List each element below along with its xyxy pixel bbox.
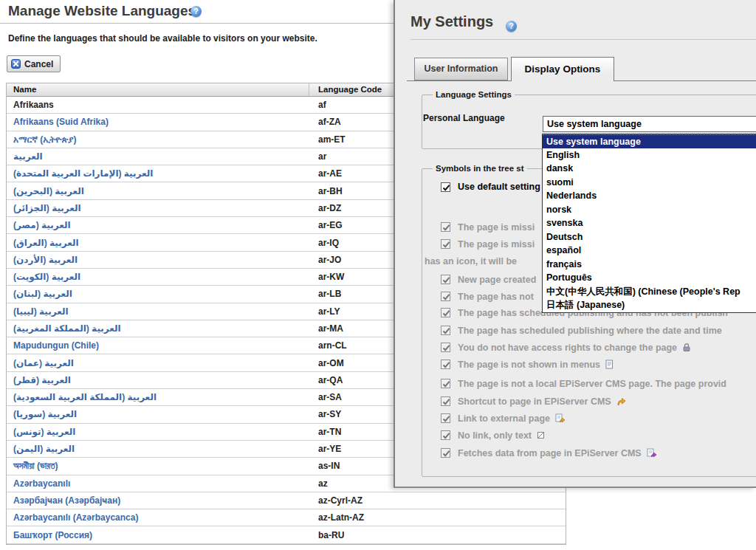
dialog-title-divider	[410, 39, 756, 40]
language-option[interactable]: norsk	[543, 203, 756, 217]
symbol-label: The page has scheduled publishing where …	[458, 326, 722, 336]
cancel-button-label: Cancel	[24, 59, 53, 69]
page-title: Manage Website Languages	[8, 3, 196, 19]
symbol-item: The page is missi	[441, 221, 535, 233]
symbol-checkbox	[441, 326, 450, 335]
language-name-link[interactable]: العربية (سوريا)	[13, 409, 77, 419]
language-name-link[interactable]: العربية (الأردن)	[13, 255, 78, 265]
language-code: az-Cyrl-AZ	[318, 495, 362, 506]
language-name-link[interactable]: العربية (المملكة المغربية)	[13, 323, 121, 334]
language-code: af	[318, 100, 326, 110]
symbol-item: New page created	[441, 274, 536, 285]
language-option[interactable]: Nederlands	[543, 189, 756, 203]
language-code: ba-RU	[318, 530, 344, 540]
dialog-title: My Settings	[410, 13, 493, 30]
language-option[interactable]: Deutsch	[543, 230, 756, 244]
language-code: ar-LY	[318, 306, 340, 317]
symbol-label: Shortcut to page in EPiServer CMS	[458, 396, 611, 407]
language-name-link[interactable]: Afrikaans (Suid Afrika)	[13, 117, 109, 127]
symbol-item: The page is not shown in menus	[441, 359, 614, 370]
language-code: ar-IQ	[318, 238, 339, 248]
external-link-icon	[555, 413, 566, 423]
lock-icon	[682, 343, 691, 352]
language-option[interactable]: 日本語 (Japanese)	[543, 298, 756, 312]
page-icon	[605, 360, 614, 369]
language-option[interactable]: Use system language	[543, 134, 756, 148]
language-code: ar-AE	[318, 168, 342, 179]
personal-language-dropdown: Use system languageEnglishdansksuomiNede…	[542, 134, 756, 313]
language-option[interactable]: English	[543, 148, 756, 162]
use-default-settings-row: Use default setting	[441, 182, 540, 192]
language-name-link[interactable]: العربية (تونس)	[13, 427, 75, 437]
language-option[interactable]: français	[543, 258, 756, 272]
symbol-checkbox	[441, 360, 450, 369]
symbols-legend: Symbols in the tree st	[433, 164, 527, 173]
language-name-link[interactable]: العربية (الإمارات العربية المتحدة)	[13, 168, 153, 179]
symbol-checkbox	[441, 430, 450, 440]
symbol-label: The page is missi	[458, 239, 535, 250]
column-header-name: Name	[13, 85, 36, 94]
language-code: ar-BH	[318, 186, 343, 196]
language-name-link[interactable]: العربية (عمان)	[13, 358, 74, 368]
symbol-label: You do not have access rights to change …	[458, 343, 677, 353]
symbol-label: The page is not shown in menus	[458, 360, 600, 370]
my-settings-dialog: My Settings User Information Display Opt…	[394, 0, 756, 488]
language-name-link[interactable]: العربية (الكويت)	[13, 272, 80, 282]
language-name-link[interactable]: العربية (العراق)	[13, 238, 79, 248]
language-name-link[interactable]: Azərbaycanılı (Azərbaycanca)	[13, 512, 138, 523]
language-code: ar-SA	[318, 392, 342, 402]
language-name-link[interactable]: Mapudungun (Chile)	[13, 340, 99, 351]
language-option[interactable]: Português	[543, 271, 756, 285]
help-icon[interactable]	[506, 21, 517, 32]
language-code: ar-OM	[318, 358, 344, 368]
language-code: am-ET	[318, 134, 346, 145]
symbol-item: The page is missi	[441, 238, 535, 250]
symbol-checkbox	[441, 292, 450, 301]
page-description: Define the languages that should be avai…	[8, 33, 317, 44]
tab-user-information[interactable]: User Information	[414, 58, 508, 80]
language-code: ar-TN	[318, 427, 341, 437]
language-settings-legend: Language Settings	[433, 90, 515, 99]
language-name-link[interactable]: العربية (الجزائر)	[13, 203, 81, 213]
language-name-link[interactable]: العربية (لبنان)	[13, 289, 72, 299]
shortcut-icon	[616, 397, 626, 406]
language-name-link[interactable]: Башҡорт (Россия)	[13, 530, 92, 540]
language-name-link[interactable]: অসমীয়া (ভারত)	[13, 461, 58, 471]
language-option[interactable]: suomi	[543, 176, 756, 190]
language-option[interactable]: dansk	[543, 162, 756, 176]
language-code: af-ZA	[318, 117, 341, 127]
language-option[interactable]: español	[543, 244, 756, 258]
symbol-label: No link, only text	[458, 430, 532, 441]
tab-display-options[interactable]: Display Options	[511, 57, 614, 81]
language-name-link[interactable]: العربية (البحرين)	[13, 186, 84, 196]
language-name-link[interactable]: العربية (قطر)	[13, 375, 71, 385]
cancel-button[interactable]: Cancel	[7, 55, 61, 72]
symbol-checkbox	[441, 413, 450, 423]
language-code: ar-LB	[318, 289, 341, 299]
help-icon[interactable]	[190, 6, 202, 17]
language-option[interactable]: svenska	[543, 216, 756, 230]
language-name-link[interactable]: العربية (مصر)	[13, 220, 71, 230]
personal-language-label: Personal Language	[423, 113, 505, 123]
symbol-checkbox	[441, 275, 450, 284]
language-option[interactable]: 中文(中华人民共和国) (Chinese (People's Rep	[543, 285, 756, 299]
symbol-label: The page has not	[458, 292, 534, 302]
language-name-link[interactable]: العربية	[13, 151, 43, 162]
language-name-link[interactable]: Azərbaycanılı	[13, 478, 70, 489]
language-name-link[interactable]: العربية (اليمن)	[13, 444, 75, 454]
table-row: Башҡорт (Россия)ba-RU	[7, 526, 566, 543]
personal-language-select[interactable]: Use system language	[543, 116, 756, 132]
symbol-label: Fetches data from page in EPiServer CMS	[458, 448, 642, 458]
symbol-label: The page is not a local EPiServer CMS pa…	[458, 379, 726, 389]
language-name-link[interactable]: العربية (ليبيا)	[13, 306, 69, 317]
language-name-link[interactable]: Азәрбајҹан (Азәрбајҹан)	[13, 495, 120, 506]
language-name-link[interactable]: አማርኛ (ኢትዮጵያ)	[13, 134, 77, 145]
language-name-link[interactable]: العربية (المملكة العربية السعودية)	[13, 392, 157, 402]
symbol-checkbox	[441, 379, 450, 388]
cancel-icon	[11, 59, 21, 69]
symbol-label-wrap: has an icon, it will be	[425, 256, 517, 267]
symbol-label: The page is missi	[458, 222, 535, 233]
language-code: ar-DZ	[318, 203, 341, 213]
symbol-item: The page has not	[441, 291, 534, 302]
use-default-settings-checkbox[interactable]	[441, 182, 450, 192]
